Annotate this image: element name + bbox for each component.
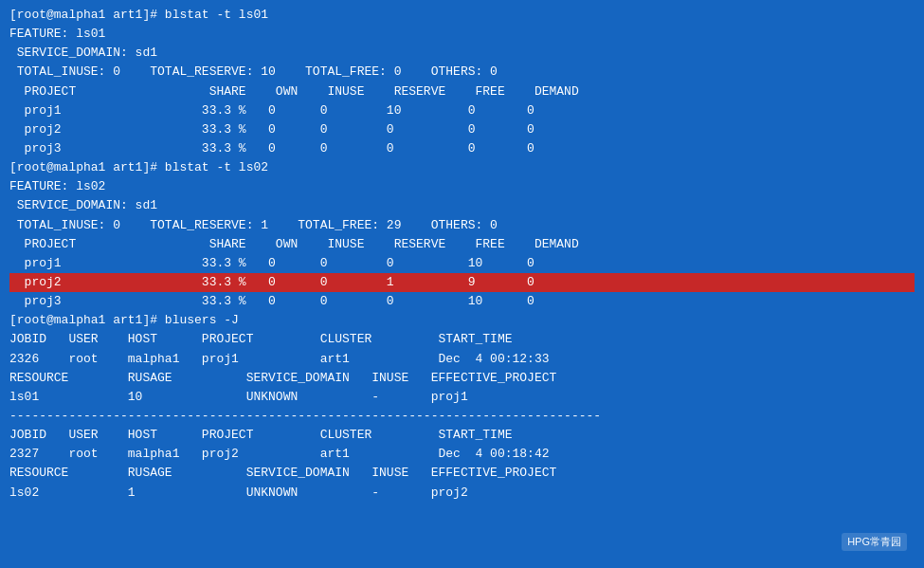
terminal-line-proj1b: proj1 33.3 % 0 0 0 10 0	[9, 254, 915, 273]
terminal-line-total1: TOTAL_INUSE: 0 TOTAL_RESERVE: 10 TOTAL_F…	[9, 63, 915, 82]
terminal-line-cmd1: [root@malpha1 art1]# blstat -t ls01	[9, 6, 915, 25]
terminal-line-proj3a: proj3 33.3 % 0 0 0 0 0	[9, 139, 915, 158]
terminal-line-resrow2: ls02 1 UNKNOWN - proj2	[9, 484, 915, 503]
terminal-line-jobrow2: 2327 root malpha1 proj2 art1 Dec 4 00:18…	[9, 445, 915, 464]
terminal-line-svc2: SERVICE_DOMAIN: sd1	[9, 196, 915, 215]
terminal-line-proj3b: proj3 33.3 % 0 0 0 10 0	[9, 292, 915, 311]
terminal-line-div1: ----------------------------------------…	[9, 407, 915, 426]
terminal-line-reshdr1: RESOURCE RUSAGE SERVICE_DOMAIN INUSE EFF…	[9, 369, 915, 388]
terminal-line-proj2a: proj2 33.3 % 0 0 0 0 0	[9, 120, 915, 139]
terminal-line-feat2: FEATURE: ls02	[9, 177, 915, 196]
terminal-line-jobidhdr2: JOBID USER HOST PROJECT CLUSTER START_TI…	[9, 426, 915, 445]
terminal-line-jobidhdr1: JOBID USER HOST PROJECT CLUSTER START_TI…	[9, 330, 915, 349]
terminal-line-jobrow1: 2326 root malpha1 proj1 art1 Dec 4 00:12…	[9, 350, 915, 369]
watermark-badge: HPG常青园	[842, 533, 907, 551]
terminal-line-hdr2: PROJECT SHARE OWN INUSE RESERVE FREE DEM…	[9, 235, 915, 254]
terminal-line-total2: TOTAL_INUSE: 0 TOTAL_RESERVE: 1 TOTAL_FR…	[9, 216, 915, 235]
terminal-line-resrow1: ls01 10 UNKNOWN - proj1	[9, 388, 915, 407]
terminal-line-reshdr2: RESOURCE RUSAGE SERVICE_DOMAIN INUSE EFF…	[9, 464, 915, 483]
terminal-line-svc1: SERVICE_DOMAIN: sd1	[9, 44, 915, 63]
terminal-line-feat1: FEATURE: ls01	[9, 25, 915, 44]
terminal-line-hdr1: PROJECT SHARE OWN INUSE RESERVE FREE DEM…	[9, 82, 915, 101]
terminal: [root@malpha1 art1]# blstat -t ls01FEATU…	[0, 0, 924, 568]
terminal-line-cmd2: [root@malpha1 art1]# blstat -t ls02	[9, 158, 915, 177]
terminal-line-cmd3: [root@malpha1 art1]# blusers -J	[9, 311, 915, 330]
terminal-line-proj2b: proj2 33.3 % 0 0 1 9 0	[9, 273, 915, 292]
terminal-line-proj1a: proj1 33.3 % 0 0 10 0 0	[9, 101, 915, 120]
